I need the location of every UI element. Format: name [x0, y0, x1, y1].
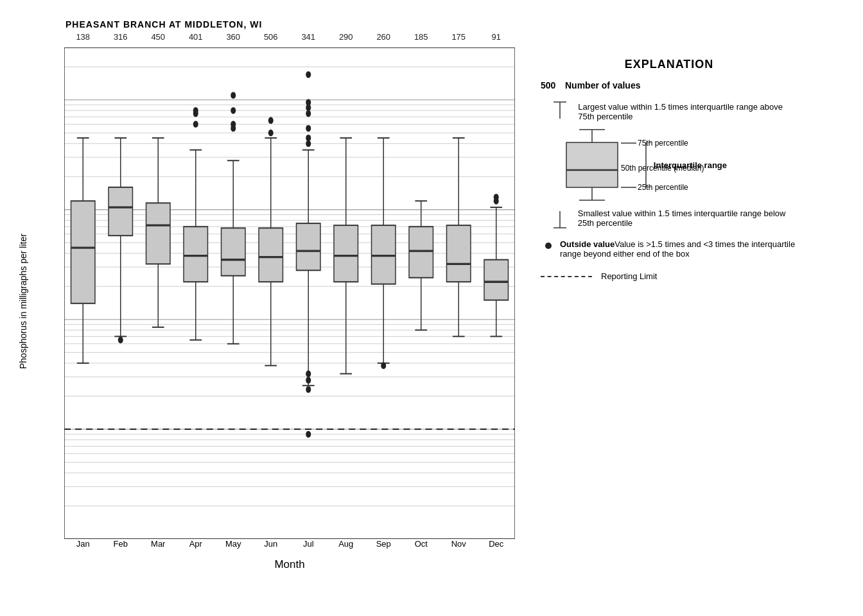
count-cell-dec: 91	[478, 32, 516, 47]
svg-rect-95	[259, 228, 283, 282]
x-label-may: May	[214, 539, 252, 554]
number-of-values-row: 500 Number of values	[541, 80, 798, 90]
largest-whisker-icon	[541, 101, 573, 121]
x-label-oct: Oct	[403, 539, 440, 554]
svg-rect-57	[71, 201, 95, 304]
svg-point-164	[545, 243, 552, 249]
counts-row: 13831645040136050634129026018517591	[64, 32, 515, 47]
svg-rect-151	[566, 142, 618, 187]
x-axis-labels: JanFebMarAprMayJunJulAugSepOctNovDec	[64, 539, 515, 554]
svg-rect-133	[409, 227, 433, 278]
svg-point-78	[193, 121, 198, 128]
svg-point-65	[118, 337, 123, 344]
x-label-jun: Jun	[252, 539, 290, 554]
outside-value-label: Outside value	[560, 239, 615, 249]
svg-point-113	[306, 377, 311, 384]
svg-point-87	[231, 92, 236, 99]
outside-value-icon	[541, 239, 556, 252]
svg-point-80	[193, 107, 198, 114]
chart-title: PHEASANT BRANCH AT MIDDLETON, WI	[65, 19, 515, 30]
x-axis-title: Month	[64, 558, 515, 571]
count-cell-jul: 341	[290, 32, 327, 47]
x-label-mar: Mar	[139, 539, 177, 554]
x-label-jul: Jul	[290, 539, 327, 554]
largest-label: Largest value within 1.5 times interquar…	[578, 102, 798, 121]
svg-point-111	[306, 140, 311, 147]
main-container: PHEASANT BRANCH AT MIDDLETON, WI Phospho…	[14, 19, 849, 597]
svg-rect-63	[109, 187, 132, 235]
svg-point-112	[306, 431, 311, 438]
x-label-dec: Dec	[478, 539, 516, 554]
svg-point-108	[306, 110, 311, 117]
iqr-label: Interquartile range	[641, 142, 727, 187]
count-cell-aug: 290	[327, 32, 365, 47]
count-cell-sep: 260	[365, 32, 403, 47]
svg-point-105	[306, 71, 311, 78]
svg-rect-85	[222, 228, 245, 275]
count-cell-jun: 506	[252, 32, 290, 47]
svg-point-97	[268, 130, 274, 137]
explanation-title: EXPLANATION	[541, 58, 798, 71]
count-cell-oct: 185	[403, 32, 440, 47]
svg-rect-103	[297, 223, 320, 270]
x-label-aug: Aug	[327, 539, 365, 554]
count-cell-jan: 138	[64, 32, 102, 47]
svg-rect-76	[184, 227, 207, 282]
svg-rect-145	[484, 260, 508, 300]
svg-point-88	[231, 107, 236, 114]
smallest-label: Smallest value within 1.5 times interqua…	[578, 209, 798, 228]
x-label-sep: Sep	[365, 539, 403, 554]
x-label-feb: Feb	[102, 539, 140, 554]
chart-with-axes: 13831645040136050634129026018517591 10⁻³…	[32, 32, 515, 571]
count-cell-may: 360	[214, 32, 252, 47]
svg-rect-70	[146, 203, 170, 264]
reporting-limit-label: Reporting Limit	[601, 271, 657, 281]
chart-area: PHEASANT BRANCH AT MIDDLETON, WI Phospho…	[14, 19, 515, 571]
y-axis-label: Phosphorus in milligraphs per liter	[14, 32, 32, 571]
x-label-apr: Apr	[177, 539, 215, 554]
svg-point-115	[306, 386, 311, 393]
svg-point-109	[306, 125, 311, 132]
outside-value-row: Outside valueValue is >1.5 times and <3 …	[541, 239, 798, 259]
svg-rect-120	[334, 225, 358, 282]
x-label-nov: Nov	[440, 539, 478, 554]
x-label-jan: Jan	[64, 539, 102, 554]
svg-point-107	[306, 104, 311, 111]
count-cell-mar: 450	[139, 32, 177, 47]
exp-nv-label: Number of values	[565, 80, 640, 90]
smallest-whisker-icon	[541, 209, 573, 229]
count-cell-nov: 175	[440, 32, 478, 47]
plot-container: 10⁻³10⁻²10⁻¹110	[64, 47, 515, 539]
count-cell-feb: 316	[102, 32, 140, 47]
svg-rect-139	[447, 225, 471, 282]
svg-point-148	[494, 194, 499, 201]
explanation-panel: EXPLANATION 500 Number of values Largest…	[515, 19, 798, 597]
exp-500: 500	[541, 80, 560, 90]
main-plot-svg: 10⁻³10⁻²10⁻¹110	[64, 47, 515, 539]
svg-point-128	[381, 362, 386, 369]
count-cell-apr: 401	[177, 32, 215, 47]
svg-point-98	[268, 117, 274, 124]
dashed-line-sample	[541, 276, 592, 277]
svg-rect-126	[372, 225, 396, 284]
svg-point-114	[306, 370, 311, 377]
svg-point-90	[231, 125, 236, 132]
reporting-limit-row: Reporting Limit	[541, 271, 798, 281]
